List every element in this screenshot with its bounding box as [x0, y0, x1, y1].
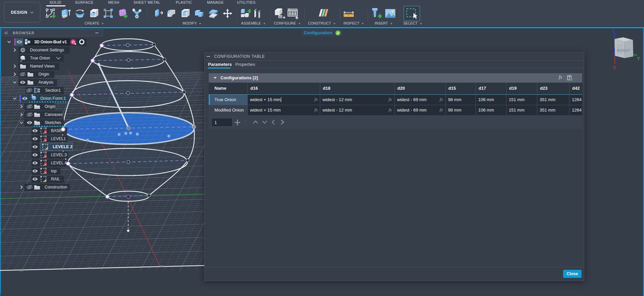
svg-text:RIGHT: RIGHT — [617, 48, 631, 52]
svg-text:X: X — [613, 65, 616, 70]
svg-text:Y: Y — [637, 56, 640, 61]
svg-text:Z: Z — [612, 28, 615, 33]
